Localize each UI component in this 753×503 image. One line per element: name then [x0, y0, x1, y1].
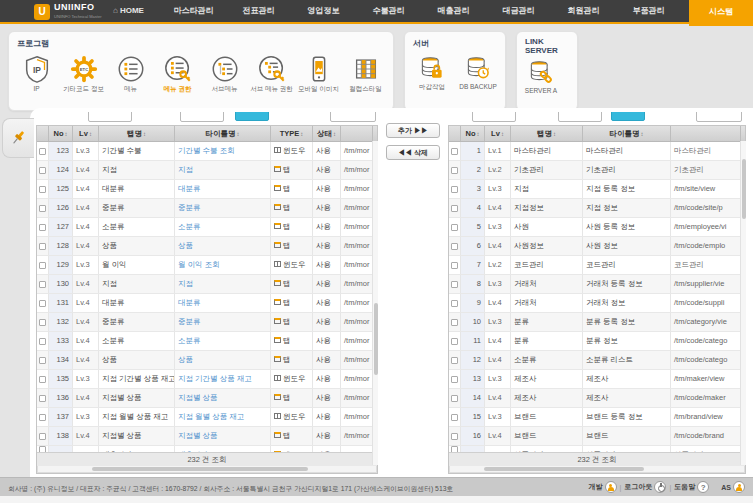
cell-title-link[interactable]: 지점 월별 상품 재고 [175, 408, 271, 426]
row-checkbox[interactable] [37, 256, 49, 274]
table-row[interactable]: 12Lv.4소분류소분류 리스트/tm/code/catego [449, 351, 745, 370]
cell-title-link[interactable]: 지점 [175, 161, 271, 179]
table-row[interactable]: 128Lv.4상품상품탭사용/tm/mor [37, 237, 377, 256]
table-row[interactable]: 129Lv.3월 이익월 이익 조회윈도우사용/tm/mor [37, 256, 377, 275]
table-row[interactable]: 5Lv.3사원사원 등록 정보/tm/employee/vi [449, 218, 745, 237]
row-checkbox[interactable] [37, 237, 49, 255]
row-checkbox[interactable] [449, 370, 461, 388]
column-header-탭명[interactable]: 탭명↕ [511, 126, 583, 141]
row-checkbox[interactable] [37, 161, 49, 179]
table-row[interactable]: 4Lv.4지점정보지점 정보/tm/code/site/p [449, 199, 745, 218]
pin-side-tab[interactable] [2, 118, 34, 158]
nav-item-6[interactable]: 대금관리 [486, 0, 551, 22]
cell-title-link[interactable]: 소분류 [175, 218, 271, 236]
nav-item-7[interactable]: 회원관리 [551, 0, 616, 22]
table-row[interactable]: 2Lv.2기초관리기초관리기초관리 [449, 161, 745, 180]
row-checkbox[interactable] [449, 142, 461, 160]
row-checkbox[interactable] [449, 294, 461, 312]
footer-link-1[interactable]: 로그아웃 [624, 481, 666, 493]
footer-link-3[interactable]: AS [721, 481, 745, 493]
table-row[interactable]: 134Lv.4상품상품탭사용/tm/mor [37, 351, 377, 370]
footer-link-2[interactable]: 도움말 [674, 481, 709, 493]
server-item-0[interactable]: 마감작업 [409, 54, 455, 92]
row-checkbox[interactable] [37, 180, 49, 198]
left-vscrollbar[interactable] [372, 141, 378, 465]
program-item-7[interactable]: 컬럼스타일 [343, 54, 389, 94]
cell-title-link[interactable]: 지점별 상품 [175, 427, 271, 445]
row-checkbox[interactable] [37, 408, 49, 426]
table-row[interactable]: 14Lv.4제조사제조사/tm/code/maker [449, 389, 745, 408]
column-header-TYPE[interactable]: TYPE↕ [271, 126, 313, 141]
program-item-4[interactable]: 서브메뉴 [202, 54, 248, 94]
table-row[interactable]: 130Lv.4지점지점탭사용/tm/mor [37, 275, 377, 294]
nav-item-1[interactable]: 마스타관리 [161, 0, 226, 22]
link-server-item-0[interactable]: SERVER A [517, 58, 565, 94]
footer-link-0[interactable]: 개발 [589, 481, 617, 493]
cell-title-link[interactable]: 지점 [175, 275, 271, 293]
nav-item-home[interactable]: ⌂HOME [96, 0, 161, 22]
row-checkbox[interactable] [449, 180, 461, 198]
right-search-button[interactable] [611, 112, 645, 121]
row-checkbox[interactable] [449, 446, 461, 452]
column-header-타이틀명[interactable]: 타이틀명↕ [583, 126, 671, 141]
program-item-0[interactable]: IPIP [14, 54, 60, 94]
row-checkbox[interactable] [37, 275, 49, 293]
table-row[interactable]: 132Lv.4중분류중분류탭사용/tm/mor [37, 313, 377, 332]
program-item-5[interactable]: 서브 메뉴 권한 [249, 54, 295, 94]
column-header-타이틀명[interactable]: 타이틀명↕ [175, 126, 271, 141]
row-checkbox[interactable] [449, 218, 461, 236]
cell-title-link[interactable]: 대분류 [175, 294, 271, 312]
nav-item-2[interactable]: 전표관리 [226, 0, 291, 22]
table-row[interactable]: 139Lv.2매출관리매출관리탭사용/tm/mor [37, 446, 377, 452]
table-row[interactable]: 126Lv.4중분류중분류탭사용/tm/mor [37, 199, 377, 218]
left-pagesize-select[interactable] [330, 112, 376, 122]
row-checkbox[interactable] [37, 218, 49, 236]
left-search-button[interactable] [235, 112, 269, 121]
table-row[interactable]: 9Lv.4거래처거래처 정보/tm/code/suppli [449, 294, 745, 313]
right-hscrollbar[interactable] [449, 466, 745, 473]
table-row[interactable]: 138Lv.4지점별 상품지점별 상품탭사용/tm/mor [37, 427, 377, 446]
table-row[interactable]: 16Lv.4브랜드브랜드/tm/code/brand [449, 427, 745, 446]
column-header-Lv[interactable]: Lv↕ [485, 126, 511, 141]
row-checkbox[interactable] [37, 332, 49, 350]
row-checkbox[interactable] [37, 142, 49, 160]
row-checkbox[interactable] [449, 351, 461, 369]
table-row[interactable]: 15Lv.3브랜드브랜드 등록 정보/tm/brand/view [449, 408, 745, 427]
row-checkbox[interactable] [37, 427, 49, 445]
right-filter-select-2[interactable] [558, 112, 602, 122]
cell-title-link[interactable]: 지점별 상품 [175, 389, 271, 407]
table-row[interactable]: 123Lv.3기간별 수불기간별 수불 조회윈도우사용/tm/mor [37, 142, 377, 161]
table-row[interactable]: 3Lv.3지점지점 등록 정보/tm/site/view [449, 180, 745, 199]
remove-button[interactable]: ◀◀ 삭제 [386, 145, 440, 160]
row-checkbox[interactable] [449, 275, 461, 293]
cell-title-link[interactable]: 소분류 [175, 332, 271, 350]
row-checkbox[interactable] [449, 313, 461, 331]
row-checkbox[interactable] [449, 256, 461, 274]
left-hscrollbar[interactable] [37, 466, 377, 473]
table-row[interactable]: 137Lv.3지점 월별 상품 재고지점 월별 상품 재고윈도우사용/tm/mo… [37, 408, 377, 427]
cell-title-link[interactable]: 월 이익 조회 [175, 256, 271, 274]
table-row[interactable]: 131Lv.4대분류대분류탭사용/tm/mor [37, 294, 377, 313]
uniinfo-logo[interactable]: U UNIINFO UNIINFO Technical Master [34, 3, 102, 21]
table-row[interactable]: 11Lv.4분류분류 정보/tm/code/catego [449, 332, 745, 351]
row-checkbox[interactable] [449, 408, 461, 426]
cell-title-link[interactable]: 대분류 [175, 180, 271, 198]
table-row[interactable]: 1Lv.1마스타관리마스타관리마스타관리 [449, 142, 745, 161]
row-checkbox[interactable] [37, 389, 49, 407]
cell-title-link[interactable]: 매출관리 [175, 446, 271, 452]
row-checkbox[interactable] [449, 427, 461, 445]
add-button[interactable]: 추가 ▶▶ [386, 123, 440, 138]
table-row[interactable]: 125Lv.4대분류대분류탭사용/tm/mor [37, 180, 377, 199]
table-row[interactable]: 136Lv.4지점별 상품지점별 상품탭사용/tm/mor [37, 389, 377, 408]
right-vscrollbar[interactable] [740, 141, 746, 465]
server-item-1[interactable]: DB BACKUP [455, 54, 501, 92]
column-header-No[interactable]: No↕ [461, 126, 485, 141]
table-row[interactable]: 13Lv.3제조사제조사/tm/maker/view [449, 370, 745, 389]
cell-title-link[interactable]: 상품 [175, 351, 271, 369]
column-header-No[interactable]: No↕ [49, 126, 73, 141]
cell-title-link[interactable]: 상품 [175, 237, 271, 255]
row-checkbox[interactable] [449, 389, 461, 407]
table-row[interactable]: 133Lv.4소분류소분류탭사용/tm/mor [37, 332, 377, 351]
nav-item-5[interactable]: 매출관리 [421, 0, 486, 22]
program-item-6[interactable]: 모바일 이미지 [296, 54, 342, 94]
